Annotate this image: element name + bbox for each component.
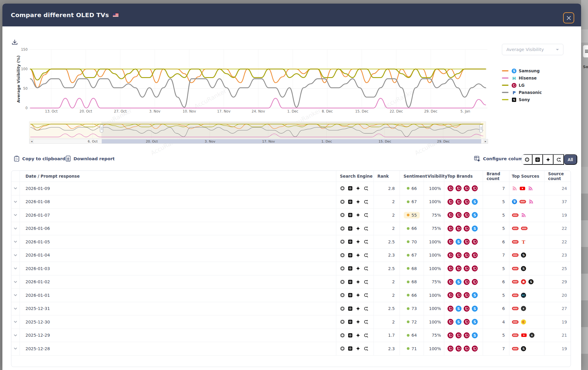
legend-item-lg[interactable]: LG [502, 82, 542, 89]
legend-item-samsung[interactable]: SSamsung [502, 67, 542, 74]
sentiment-dot-icon [407, 214, 410, 216]
row-expander-button[interactable] [13, 213, 18, 217]
samsung-icon: S [472, 305, 478, 312]
scrollbar-right-arrow[interactable]: ▸ [483, 139, 488, 143]
chart-navigator[interactable] [29, 122, 488, 139]
svg-text:P: P [512, 90, 515, 95]
ai-overviews-icon [556, 157, 561, 162]
download-chart-button[interactable] [11, 39, 18, 46]
filter-ai-overviews-button[interactable] [554, 154, 564, 165]
expander-cell [11, 302, 20, 315]
sentiment-badge: 72 [404, 319, 420, 325]
source-count-cell: 23 [544, 249, 571, 262]
ai-overviews-icon [363, 212, 368, 218]
svg-text:S: S [457, 280, 460, 284]
download-report-button[interactable]: Download report [65, 155, 115, 162]
brand-count-cell: 5 [483, 209, 509, 222]
lg-icon [455, 265, 462, 272]
source-count-cell: 19 [544, 315, 571, 329]
lg-icon [464, 279, 470, 285]
sentiment-cell: 72 [400, 315, 424, 329]
svg-text:S: S [522, 267, 525, 271]
legend-line-swatch [502, 85, 508, 86]
series-panasonic-line [30, 79, 486, 107]
lg-icon [472, 252, 478, 258]
date-cell: 2026-01-07 [20, 209, 336, 222]
legend-item-panasonic[interactable]: PPanasonic [502, 89, 542, 96]
redpill-icon [512, 347, 519, 351]
scrollbar-left-arrow[interactable]: ◂ [29, 139, 34, 143]
row-expander-button[interactable] [13, 266, 18, 271]
gemini-icon [356, 253, 361, 258]
top-sources-cell: s [509, 302, 544, 315]
navigator-right-handle[interactable] [479, 125, 483, 132]
brand-count-cell: 4 [483, 315, 509, 329]
row-expander-button[interactable] [13, 253, 18, 257]
source-count-cell: 21 [544, 329, 571, 342]
navigator-scrollbar[interactable]: ◂ ▸ 6. Oct20. Oct3. Nov17. Nov1. Dec15. … [29, 139, 488, 144]
sentiment-value: 68 [412, 266, 417, 271]
svg-text:S: S [473, 200, 476, 204]
filter-chatgpt-button[interactable] [522, 154, 532, 165]
samsung-icon: S [455, 305, 462, 312]
sentiment-badge: 66 [404, 185, 420, 192]
filter-ai-grid-button[interactable] [532, 154, 543, 165]
y-tick-label: 100 [15, 67, 28, 71]
rank-cell: 2 [374, 195, 400, 209]
row-expander-button[interactable] [13, 200, 18, 204]
row-expander-button[interactable] [13, 239, 18, 244]
sentiment-cell: 67 [400, 195, 424, 209]
table-row: 2026-01-092.866100%724 [11, 182, 571, 195]
row-expander-button[interactable] [13, 320, 18, 324]
ai-grid-icon [348, 346, 353, 351]
sentiment-dot-icon [407, 227, 410, 230]
table-row: 2026-01-01266100%S5PC20 [11, 288, 571, 302]
row-expander-button[interactable] [13, 280, 18, 284]
sentiment-cell: 66 [400, 222, 424, 235]
legend-item-sony[interactable]: SSony [502, 96, 542, 103]
ai-overviews-icon [363, 253, 368, 258]
date-cell: 2026-01-01 [20, 289, 336, 302]
hisense-icon: H [511, 75, 517, 81]
sentiment-dot-icon [407, 267, 410, 270]
top-brands-cell: S [444, 209, 483, 222]
lg-icon [447, 332, 454, 338]
top-brands-cell: S [444, 222, 483, 235]
svg-text:S: S [473, 320, 476, 324]
date-cell: 2025-12-31 [20, 302, 336, 315]
row-expander-button[interactable] [13, 226, 18, 231]
expander-cell [11, 222, 20, 235]
row-expander-button[interactable] [13, 186, 18, 191]
row-expander-button[interactable] [13, 306, 18, 311]
sentiment-cell: 55 [400, 209, 424, 222]
close-button[interactable] [563, 12, 574, 23]
gemini-icon [356, 333, 361, 338]
row-expander-button[interactable] [13, 346, 18, 351]
row-date: 2025-12-30 [26, 320, 50, 324]
row-date: 2026-01-01 [26, 293, 50, 298]
legend-item-hisense[interactable]: HHisense [502, 74, 542, 82]
redpill-icon [512, 253, 519, 257]
samsung-icon: S [472, 332, 478, 338]
lg-icon [472, 265, 478, 272]
sentiment-value: 67 [412, 253, 417, 257]
lg-icon [447, 225, 454, 232]
filter-all-button[interactable]: All [564, 154, 577, 165]
date-cell: 2025-12-29 [20, 329, 336, 342]
column-header-brand-count: Brand count [483, 171, 509, 182]
row-expander-button[interactable] [13, 293, 18, 297]
source-count-cell: 24 [544, 182, 571, 195]
configure-columns-button[interactable]: Configure columns [474, 155, 529, 162]
row-expander-button[interactable] [13, 333, 18, 338]
svg-text:S: S [522, 347, 525, 351]
ai-grid-icon [348, 293, 353, 298]
metric-dropdown[interactable]: Average Visibility [502, 44, 563, 55]
copy-to-clipboard-button[interactable]: Copy to clipboard [14, 155, 65, 162]
sentiment-cell: 66 [400, 182, 424, 195]
sentiment-cell: 68 [400, 275, 424, 289]
panasonic-icon: P [511, 90, 517, 95]
sentiment-badge: 67 [404, 198, 420, 205]
gemini-icon [356, 266, 361, 271]
filter-gemini-button[interactable] [543, 154, 554, 165]
navigator-left-handle[interactable] [100, 125, 103, 132]
